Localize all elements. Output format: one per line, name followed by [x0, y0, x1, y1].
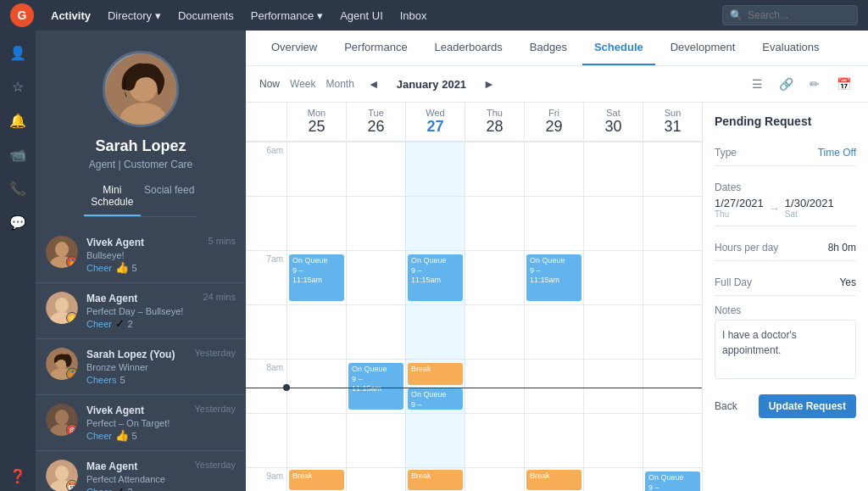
- cell-mon-7am[interactable]: On Queue9 –11:15am: [287, 250, 346, 304]
- schedule-block[interactable]: On Queue9 –11:15am: [348, 363, 403, 410]
- list-item[interactable]: 🎯 Vivek AgentYesterday Perfect – On Targ…: [36, 395, 246, 451]
- cell-thu-630[interactable]: [465, 196, 524, 250]
- schedule-block[interactable]: Break: [408, 363, 463, 385]
- tab-performance[interactable]: Performance: [332, 31, 419, 65]
- feed-action[interactable]: Cheer: [86, 319, 112, 329]
- notes-box[interactable]: I have a doctor's appointment.: [715, 320, 856, 379]
- view-week-button[interactable]: Week: [290, 78, 315, 90]
- cell-mon-730[interactable]: [287, 304, 346, 359]
- nav-performance[interactable]: Performance ▾: [251, 9, 323, 22]
- search-input[interactable]: [748, 9, 858, 21]
- cell-thu-8am[interactable]: [465, 359, 524, 413]
- feed-action[interactable]: Cheer: [86, 263, 112, 273]
- cell-tue-6am[interactable]: [346, 142, 405, 196]
- tab-schedule[interactable]: Schedule: [582, 31, 655, 65]
- list-view-icon[interactable]: ☰: [746, 73, 768, 95]
- cell-wed-7am[interactable]: On Queue9 –11:15am: [405, 250, 465, 304]
- cell-sun-7am[interactable]: [643, 250, 702, 304]
- cell-thu-830[interactable]: [465, 413, 524, 467]
- help-icon[interactable]: ❓: [3, 460, 33, 491]
- cell-sat-830[interactable]: [583, 413, 643, 467]
- cell-tue-630[interactable]: [346, 196, 405, 250]
- nav-agentui[interactable]: Agent UI: [340, 9, 383, 22]
- prev-arrow[interactable]: ◄: [364, 77, 383, 91]
- user-avatar-icon[interactable]: 👤: [3, 37, 33, 68]
- view-month-button[interactable]: Month: [326, 78, 353, 90]
- cell-fri-9am[interactable]: Break On Queue9 –11:15am: [524, 467, 583, 491]
- cell-wed-9am[interactable]: Break On Queue9 –11:15am: [405, 467, 465, 491]
- cell-sat-9am[interactable]: [583, 467, 643, 491]
- back-button[interactable]: Back: [715, 400, 737, 412]
- list-item[interactable]: 🥉 Sarah Lopez (You)Yesterday Bronze Winn…: [36, 339, 246, 395]
- update-request-button[interactable]: Update Request: [759, 394, 856, 418]
- cell-wed-730[interactable]: [405, 304, 465, 359]
- cell-tue-9am[interactable]: [346, 467, 405, 491]
- schedule-block[interactable]: On Queue9 –11:15am: [645, 471, 700, 491]
- cell-fri-6am[interactable]: [524, 142, 583, 196]
- cell-tue-7am[interactable]: [346, 250, 405, 304]
- now-button[interactable]: Now: [259, 78, 280, 90]
- cell-wed-8am[interactable]: Break On Queue9 –11:15am: [405, 359, 465, 413]
- star-icon[interactable]: ☆: [3, 71, 33, 102]
- cell-tue-830[interactable]: [346, 413, 405, 467]
- cell-sat-8am[interactable]: [583, 359, 643, 413]
- cell-mon-6am[interactable]: [287, 142, 346, 196]
- schedule-block[interactable]: On Queue9 –11:15am: [408, 388, 463, 410]
- cell-thu-6am[interactable]: [465, 142, 524, 196]
- schedule-block[interactable]: On Queue9 –11:15am: [289, 254, 344, 301]
- cell-thu-7am[interactable]: [465, 250, 524, 304]
- list-item[interactable]: 🏅 Vivek Agent5 mins Bullseye! Cheer 👍5: [36, 227, 246, 283]
- list-item[interactable]: ⭐ Mae Agent24 mins Perfect Day – Bullsey…: [36, 283, 246, 339]
- cell-fri-830[interactable]: [524, 413, 583, 467]
- cell-wed-630[interactable]: [405, 196, 465, 250]
- cell-mon-630[interactable]: [287, 196, 346, 250]
- bell-icon[interactable]: 🔔: [3, 105, 33, 136]
- cell-tue-8am[interactable]: On Queue9 –11:15am: [346, 359, 405, 413]
- cell-mon-830[interactable]: [287, 413, 346, 467]
- cell-sun-830[interactable]: [643, 413, 702, 467]
- chat-icon[interactable]: 💬: [3, 207, 33, 237]
- feed-action[interactable]: Cheers: [86, 375, 116, 385]
- tab-overview[interactable]: Overview: [259, 31, 329, 65]
- search-bar[interactable]: 🔍: [722, 5, 858, 25]
- cell-mon-9am[interactable]: Break On Queue9 –11:15am: [287, 467, 346, 491]
- phone-icon[interactable]: 📞: [3, 173, 33, 204]
- cell-sat-730[interactable]: [583, 304, 643, 359]
- cell-sat-630[interactable]: [583, 196, 643, 250]
- cell-wed-6am[interactable]: [405, 142, 465, 196]
- list-item[interactable]: 📅 Mae AgentYesterday Perfect Attendance …: [36, 451, 246, 491]
- link-icon[interactable]: 🔗: [775, 73, 797, 95]
- nav-directory[interactable]: Directory ▾: [108, 9, 161, 22]
- cell-tue-730[interactable]: [346, 304, 405, 359]
- cell-mon-8am[interactable]: [287, 359, 346, 413]
- edit-icon[interactable]: ✏: [804, 73, 826, 95]
- cell-wed-830[interactable]: [405, 413, 465, 467]
- nav-activity[interactable]: Activity: [51, 9, 91, 22]
- video-icon[interactable]: 📹: [3, 139, 33, 170]
- cell-fri-7am[interactable]: On Queue9 –11:15am: [524, 250, 583, 304]
- cell-fri-8am[interactable]: [524, 359, 583, 413]
- cell-sun-9am[interactable]: On Queue9 –11:15am: [643, 467, 702, 491]
- cell-sat-6am[interactable]: [583, 142, 643, 196]
- schedule-block[interactable]: Break: [526, 470, 581, 490]
- tab-development[interactable]: Development: [659, 31, 748, 65]
- cell-sat-7am[interactable]: [583, 250, 643, 304]
- tab-leaderboards[interactable]: Leaderboards: [423, 31, 515, 65]
- cell-sun-730[interactable]: [643, 304, 702, 359]
- calendar-scroll[interactable]: 6am: [246, 142, 702, 491]
- cell-sun-8am[interactable]: [643, 359, 702, 413]
- schedule-block[interactable]: On Queue9 –11:15am: [408, 254, 463, 301]
- schedule-block[interactable]: Break: [289, 470, 344, 490]
- tab-mini-schedule[interactable]: Mini Schedule: [84, 177, 141, 216]
- tab-badges[interactable]: Badges: [518, 31, 579, 65]
- calendar-icon[interactable]: 📅: [832, 73, 854, 95]
- cell-sun-6am[interactable]: [643, 142, 702, 196]
- feed-action[interactable]: Cheer: [86, 487, 112, 491]
- tab-social-feed[interactable]: Social feed: [141, 177, 198, 216]
- feed-action[interactable]: Cheer: [86, 431, 112, 441]
- schedule-block[interactable]: Break: [408, 470, 463, 490]
- cell-sun-630[interactable]: [643, 196, 702, 250]
- nav-inbox[interactable]: Inbox: [400, 9, 427, 22]
- cell-thu-730[interactable]: [465, 304, 524, 359]
- nav-documents[interactable]: Documents: [178, 9, 234, 22]
